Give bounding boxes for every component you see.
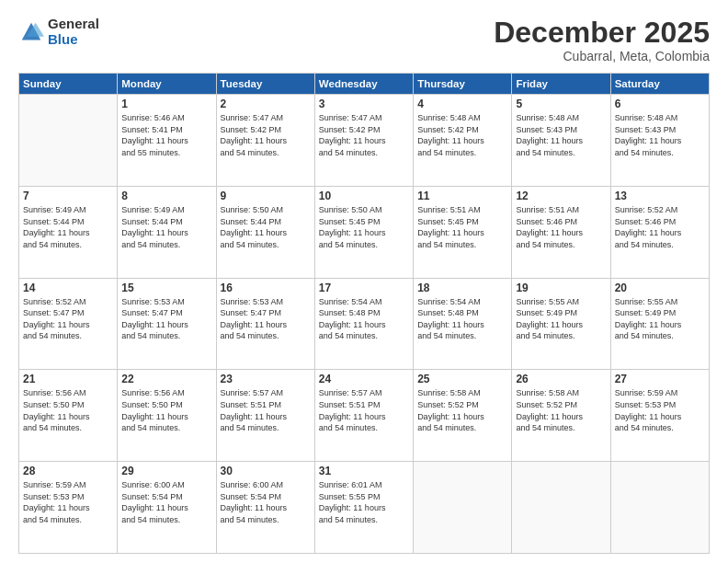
day-info: Sunrise: 5:46 AM Sunset: 5:41 PM Dayligh… xyxy=(121,112,211,158)
calendar-cell: 25Sunrise: 5:58 AM Sunset: 5:52 PM Dayli… xyxy=(414,370,512,462)
calendar-cell: 6Sunrise: 5:48 AM Sunset: 5:43 PM Daylig… xyxy=(610,95,709,187)
calendar-cell: 13Sunrise: 5:52 AM Sunset: 5:46 PM Dayli… xyxy=(610,186,709,278)
day-number: 15 xyxy=(121,282,211,294)
day-number: 9 xyxy=(221,190,311,202)
calendar-cell: 17Sunrise: 5:54 AM Sunset: 5:48 PM Dayli… xyxy=(314,278,413,370)
calendar-cell: 28Sunrise: 5:59 AM Sunset: 5:53 PM Dayli… xyxy=(19,462,118,554)
day-info: Sunrise: 5:52 AM Sunset: 5:46 PM Dayligh… xyxy=(615,204,705,250)
day-info: Sunrise: 5:58 AM Sunset: 5:52 PM Dayligh… xyxy=(516,387,606,433)
day-number: 14 xyxy=(23,282,113,294)
day-number: 8 xyxy=(121,190,211,202)
day-number: 19 xyxy=(516,282,606,294)
logo-text: General Blue xyxy=(48,17,99,47)
day-info: Sunrise: 5:59 AM Sunset: 5:53 PM Dayligh… xyxy=(23,479,113,525)
calendar-cell: 4Sunrise: 5:48 AM Sunset: 5:42 PM Daylig… xyxy=(414,95,512,187)
day-number: 28 xyxy=(23,465,113,477)
day-number: 2 xyxy=(221,98,311,110)
calendar-cell: 5Sunrise: 5:48 AM Sunset: 5:43 PM Daylig… xyxy=(512,95,610,187)
day-info: Sunrise: 5:48 AM Sunset: 5:43 PM Dayligh… xyxy=(615,112,705,158)
month-title: December 2025 xyxy=(494,17,710,49)
calendar-cell: 10Sunrise: 5:50 AM Sunset: 5:45 PM Dayli… xyxy=(314,186,413,278)
calendar-header-thursday: Thursday xyxy=(414,74,512,95)
header: General Blue December 2025 Cubarral, Met… xyxy=(18,17,710,63)
calendar-cell: 30Sunrise: 6:00 AM Sunset: 5:54 PM Dayli… xyxy=(216,462,314,554)
day-number: 26 xyxy=(516,373,606,385)
calendar-cell: 8Sunrise: 5:49 AM Sunset: 5:44 PM Daylig… xyxy=(118,186,216,278)
calendar-cell: 18Sunrise: 5:54 AM Sunset: 5:48 PM Dayli… xyxy=(414,278,512,370)
day-number: 10 xyxy=(319,190,409,202)
calendar-cell: 29Sunrise: 6:00 AM Sunset: 5:54 PM Dayli… xyxy=(118,462,216,554)
day-number: 23 xyxy=(221,373,311,385)
day-number: 11 xyxy=(417,190,507,202)
calendar-cell: 14Sunrise: 5:52 AM Sunset: 5:47 PM Dayli… xyxy=(19,278,118,370)
calendar-cell xyxy=(512,462,610,554)
day-number: 16 xyxy=(221,282,311,294)
calendar-header-row: SundayMondayTuesdayWednesdayThursdayFrid… xyxy=(19,74,710,95)
day-number: 12 xyxy=(516,190,606,202)
day-info: Sunrise: 5:59 AM Sunset: 5:53 PM Dayligh… xyxy=(615,387,705,433)
day-info: Sunrise: 5:54 AM Sunset: 5:48 PM Dayligh… xyxy=(417,296,507,342)
day-number: 1 xyxy=(121,98,211,110)
calendar-week-row: 28Sunrise: 5:59 AM Sunset: 5:53 PM Dayli… xyxy=(19,462,710,554)
day-number: 13 xyxy=(615,190,705,202)
day-number: 7 xyxy=(23,190,113,202)
day-info: Sunrise: 5:56 AM Sunset: 5:50 PM Dayligh… xyxy=(23,387,113,433)
calendar-cell: 19Sunrise: 5:55 AM Sunset: 5:49 PM Dayli… xyxy=(512,278,610,370)
day-info: Sunrise: 5:53 AM Sunset: 5:47 PM Dayligh… xyxy=(121,296,211,342)
calendar-cell: 24Sunrise: 5:57 AM Sunset: 5:51 PM Dayli… xyxy=(314,370,413,462)
day-number: 22 xyxy=(121,373,211,385)
calendar-cell: 27Sunrise: 5:59 AM Sunset: 5:53 PM Dayli… xyxy=(610,370,709,462)
day-info: Sunrise: 5:51 AM Sunset: 5:45 PM Dayligh… xyxy=(417,204,507,250)
day-info: Sunrise: 6:00 AM Sunset: 5:54 PM Dayligh… xyxy=(121,479,211,525)
day-info: Sunrise: 5:48 AM Sunset: 5:43 PM Dayligh… xyxy=(516,112,606,158)
calendar-week-row: 7Sunrise: 5:49 AM Sunset: 5:44 PM Daylig… xyxy=(19,186,710,278)
day-info: Sunrise: 5:57 AM Sunset: 5:51 PM Dayligh… xyxy=(221,387,311,433)
calendar-cell: 2Sunrise: 5:47 AM Sunset: 5:42 PM Daylig… xyxy=(216,95,314,187)
day-info: Sunrise: 6:00 AM Sunset: 5:54 PM Dayligh… xyxy=(221,479,311,525)
calendar-cell: 26Sunrise: 5:58 AM Sunset: 5:52 PM Dayli… xyxy=(512,370,610,462)
day-info: Sunrise: 5:56 AM Sunset: 5:50 PM Dayligh… xyxy=(121,387,211,433)
calendar-cell xyxy=(610,462,709,554)
day-info: Sunrise: 5:50 AM Sunset: 5:45 PM Dayligh… xyxy=(319,204,409,250)
calendar-cell: 23Sunrise: 5:57 AM Sunset: 5:51 PM Dayli… xyxy=(216,370,314,462)
day-info: Sunrise: 5:57 AM Sunset: 5:51 PM Dayligh… xyxy=(319,387,409,433)
day-info: Sunrise: 5:49 AM Sunset: 5:44 PM Dayligh… xyxy=(23,204,113,250)
calendar-week-row: 1Sunrise: 5:46 AM Sunset: 5:41 PM Daylig… xyxy=(19,95,710,187)
day-info: Sunrise: 5:47 AM Sunset: 5:42 PM Dayligh… xyxy=(221,112,311,158)
day-number: 6 xyxy=(615,98,705,110)
logo-general: General xyxy=(48,17,99,32)
page: General Blue December 2025 Cubarral, Met… xyxy=(0,0,728,563)
day-number: 30 xyxy=(221,465,311,477)
logo-icon xyxy=(18,19,44,45)
day-number: 18 xyxy=(417,282,507,294)
day-number: 29 xyxy=(121,465,211,477)
calendar-cell: 15Sunrise: 5:53 AM Sunset: 5:47 PM Dayli… xyxy=(118,278,216,370)
day-number: 25 xyxy=(417,373,507,385)
day-info: Sunrise: 5:50 AM Sunset: 5:44 PM Dayligh… xyxy=(221,204,311,250)
calendar-cell: 22Sunrise: 5:56 AM Sunset: 5:50 PM Dayli… xyxy=(118,370,216,462)
calendar-week-row: 21Sunrise: 5:56 AM Sunset: 5:50 PM Dayli… xyxy=(19,370,710,462)
calendar-header-tuesday: Tuesday xyxy=(216,74,314,95)
day-number: 17 xyxy=(319,282,409,294)
day-info: Sunrise: 5:48 AM Sunset: 5:42 PM Dayligh… xyxy=(417,112,507,158)
calendar-cell: 1Sunrise: 5:46 AM Sunset: 5:41 PM Daylig… xyxy=(118,95,216,187)
calendar-cell: 21Sunrise: 5:56 AM Sunset: 5:50 PM Dayli… xyxy=(19,370,118,462)
logo: General Blue xyxy=(18,17,99,47)
day-info: Sunrise: 5:51 AM Sunset: 5:46 PM Dayligh… xyxy=(516,204,606,250)
day-number: 21 xyxy=(23,373,113,385)
calendar-header-wednesday: Wednesday xyxy=(314,74,413,95)
calendar-week-row: 14Sunrise: 5:52 AM Sunset: 5:47 PM Dayli… xyxy=(19,278,710,370)
calendar-cell: 9Sunrise: 5:50 AM Sunset: 5:44 PM Daylig… xyxy=(216,186,314,278)
day-info: Sunrise: 5:53 AM Sunset: 5:47 PM Dayligh… xyxy=(221,296,311,342)
day-info: Sunrise: 5:58 AM Sunset: 5:52 PM Dayligh… xyxy=(417,387,507,433)
calendar-cell: 16Sunrise: 5:53 AM Sunset: 5:47 PM Dayli… xyxy=(216,278,314,370)
calendar-header-sunday: Sunday xyxy=(19,74,118,95)
calendar-cell: 3Sunrise: 5:47 AM Sunset: 5:42 PM Daylig… xyxy=(314,95,413,187)
calendar-cell: 12Sunrise: 5:51 AM Sunset: 5:46 PM Dayli… xyxy=(512,186,610,278)
calendar-cell: 7Sunrise: 5:49 AM Sunset: 5:44 PM Daylig… xyxy=(19,186,118,278)
calendar-cell: 20Sunrise: 5:55 AM Sunset: 5:49 PM Dayli… xyxy=(610,278,709,370)
calendar-header-friday: Friday xyxy=(512,74,610,95)
day-number: 3 xyxy=(319,98,409,110)
day-info: Sunrise: 5:47 AM Sunset: 5:42 PM Dayligh… xyxy=(319,112,409,158)
day-number: 24 xyxy=(319,373,409,385)
